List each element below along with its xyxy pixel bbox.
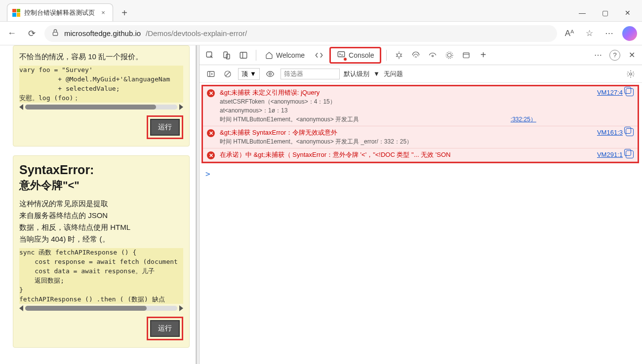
console-filter-bar: 顶 ▼ 默认级别 ▼ 无问题 [200,65,642,83]
copy-icon[interactable] [626,88,634,96]
memory-icon[interactable] [442,48,457,62]
copy-icon[interactable] [626,128,634,136]
welcome-tab-label: Welcome [276,51,305,59]
context-label: 顶 [241,70,248,78]
error-icon: ✕ [207,151,215,159]
console-error-row[interactable]: ✕ &gt;未捕获 SyntaxError：令牌无效或意外 VM161:3 时间… [203,126,638,148]
card1-code: vary foo = "Survey' + @Model.MyGuid+'&la… [19,66,183,103]
url-domain: microsoftedge.github.io [64,29,141,37]
devtools-tab-strip: Welcome Console + ⋯ ? ✕ [200,45,642,65]
addressbar-right-icons: Aᴬ ☆ ⋯ [563,26,637,41]
svg-rect-4 [240,52,247,58]
read-aloud-button[interactable]: Aᴬ [563,27,576,40]
sidebar-toggle-icon[interactable] [204,68,217,80]
page-content: 不恰当的情况，容易 10 乱一个报价。 vary foo = "Survey' … [0,45,197,364]
welcome-tab[interactable]: Welcome [261,49,309,61]
svg-point-9 [448,53,452,57]
svg-point-7 [398,53,401,57]
bug-icon[interactable] [392,48,406,62]
card2-paragraph: 这种情况的常见原因是提取 来自服务器终结点的 JSON 数据，相反，该终结点使用… [19,198,183,245]
back-button[interactable]: ← [5,27,19,40]
svg-line-16 [226,72,230,76]
inspect-element-icon[interactable] [202,48,217,62]
log-levels-label: 默认级别 [344,70,369,78]
run-button-highlight-1: 运行 [147,115,183,139]
tab-close-button[interactable]: × [99,8,108,17]
chevron-down-icon: ▼ [250,70,256,77]
run-button-1[interactable]: 运行 [150,119,180,136]
favorite-button[interactable]: ☆ [583,27,596,40]
address-bar: ← ⟳ microsoftedge.github.io/Demos/devtoo… [0,22,642,45]
run-button-2[interactable]: 运行 [150,320,180,337]
browser-tab[interactable]: 控制台错误解释器测试页 × [7,3,113,21]
chevron-down-icon: ▼ [373,70,380,77]
log-levels-dropdown[interactable]: 默认级别 ▼ [344,70,380,78]
refresh-button[interactable]: ⟳ [25,27,39,40]
tab-title: 控制台错误解释器测试页 [24,8,95,17]
favicon-microsoft-icon [12,9,20,17]
console-error-row[interactable]: ✕ 在承诺）中 &gt;未捕获（ SyntaxError：意外令牌 '<'，"<… [203,148,638,162]
device-toggle-icon[interactable] [219,48,234,62]
devtools-help-button[interactable]: ? [609,50,620,61]
example-card-1: 不恰当的情况，容易 10 乱一个报价。 vary foo = "Survey' … [13,45,190,146]
console-error-row[interactable]: ✕ &gt;未捕获 未定义引用错误: jQuery VM127:4 atsetC… [203,86,638,126]
live-expression-icon[interactable] [264,68,277,80]
more-button[interactable]: ⋯ [602,27,615,40]
stack-line: at<anonymous>：1ø：13 [220,106,634,115]
error-source-link[interactable]: VM291:1 [597,151,623,158]
error-source-link[interactable]: VM161:3 [597,129,623,136]
console-body: ✕ &gt;未捕获 未定义引用错误: jQuery VM127:4 atsetC… [201,85,639,163]
card2-scrollbar[interactable] [19,305,183,312]
svg-point-8 [432,55,434,57]
card1-intro: 不恰当的情况，容易 10 乱一个报价。 [19,51,183,63]
dock-side-icon[interactable] [236,48,251,62]
url-path: /Demos/devtools-explain-error/ [146,29,247,37]
error-message: &gt;未捕获 SyntaxError：令牌无效或意外 [220,128,592,137]
stack-line: 时间 HTMLButtonE1ement。<anonymous> 开发工具 _e… [220,137,634,146]
console-icon [337,50,346,60]
filter-input[interactable] [281,69,340,79]
svg-rect-6 [338,52,345,57]
svg-rect-2 [224,52,228,58]
stack-link[interactable]: :332:25） [511,116,536,123]
svg-point-10 [446,52,453,59]
svg-rect-0 [53,32,57,36]
application-icon[interactable] [459,48,474,62]
new-tab-button[interactable]: + [117,5,132,20]
error-icon: ✕ [207,129,215,137]
copy-icon[interactable] [626,150,634,158]
add-tab-button[interactable]: + [476,48,490,62]
console-tab[interactable]: Console [329,47,381,64]
error-message: 在承诺）中 &gt;未捕获（ SyntaxError：意外令牌 '<'，"<!D… [220,150,592,159]
devtools-pane: Welcome Console + ⋯ ? ✕ [200,45,642,364]
card2-subheading: 意外令牌"<" [19,178,183,193]
performance-icon[interactable] [425,48,440,62]
card2-code: sync 函数 fetchAPIResponse () { cost respo… [19,248,183,304]
card1-scrollbar[interactable] [19,104,183,110]
card2-heading: SyntaxError: [19,163,183,177]
minimize-button[interactable]: — [576,6,589,19]
copilot-icon[interactable] [622,26,637,41]
stack-line: 时间 HTMLButtonE1ement。<anonymous> 开发工具 :3… [220,115,634,124]
svg-point-18 [630,73,632,75]
lock-icon [51,29,59,38]
maximize-button[interactable]: ▢ [599,6,611,19]
window-controls: — ▢ ✕ [576,6,638,21]
console-settings-icon[interactable] [624,68,637,80]
error-source-link[interactable]: VM127:4 [597,89,623,96]
devtools-close-button[interactable]: ✕ [624,48,639,62]
context-dropdown[interactable]: 顶 ▼ [238,68,260,80]
url-box[interactable]: microsoftedge.github.io/Demos/devtools-e… [44,25,557,42]
elements-tab[interactable] [311,49,327,62]
example-card-2: SyntaxError: 意外令牌"<" 这种情况的常见原因是提取 来自服务器终… [13,155,190,348]
window-close-button[interactable]: ✕ [621,6,634,19]
issues-label: 无问题 [384,70,403,78]
console-tab-label: Console [349,51,374,59]
network-icon[interactable] [408,48,423,62]
svg-rect-3 [226,54,230,59]
devtools-more-button[interactable]: ⋯ [591,48,605,62]
body-split: 不恰当的情况，容易 10 乱一个报价。 vary foo = "Survey' … [0,45,642,364]
svg-rect-13 [207,71,214,76]
console-prompt[interactable]: > [200,166,642,182]
clear-console-icon[interactable] [221,68,234,80]
